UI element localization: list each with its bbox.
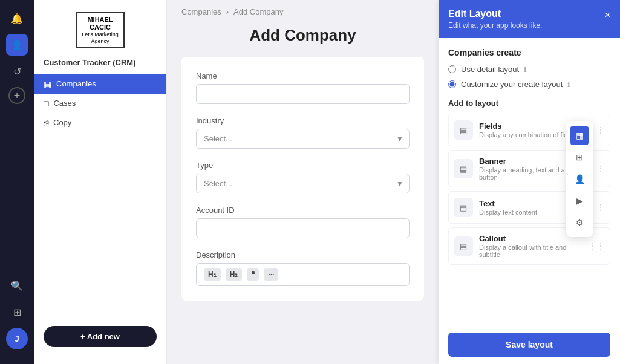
input-name[interactable] (196, 84, 410, 104)
layout-item-callout-text: Callout Display a callout with title and… (479, 234, 582, 258)
sidebar-bottom: + Add new (34, 316, 166, 357)
sidebar-item-copy[interactable]: ⎘ Copy (34, 113, 166, 132)
panel-header: Edit Layout Edit what your app looks lik… (439, 0, 620, 38)
field-name: Name (196, 71, 410, 104)
companies-icon: ▦ (44, 79, 51, 89)
toolbar-h2-btn[interactable]: H₂ (226, 268, 243, 281)
sidebar-item-companies-label: Companies (56, 79, 96, 88)
breadcrumb-parent[interactable]: Companies (181, 7, 221, 16)
float-gear-btn[interactable]: ⚙ (570, 213, 589, 232)
float-person-btn[interactable]: 👤 (570, 169, 589, 189)
content-area: ▦ ⊞ 👤 ▶ ⚙ Companies › Add Company Add Co… (167, 0, 620, 364)
label-description: Description (196, 250, 410, 259)
toolbar-more-btn[interactable]: ··· (264, 268, 278, 281)
radio-use-detail[interactable]: Use detail layout ℹ (448, 65, 610, 74)
panel-footer: Save layout (439, 325, 620, 364)
sidebar: MIHAEL CACIC Let's Marketing Agency Cust… (34, 0, 167, 364)
label-type: Type (196, 161, 410, 170)
field-account-id: Account ID (196, 206, 410, 238)
breadcrumb-current: Add Company (233, 7, 283, 16)
layout-item-callout-desc: Display a callout with title and subtitl… (479, 244, 582, 258)
add-to-layout-label: Add to layout (448, 99, 610, 108)
toolbar-quote-btn[interactable]: ❝ (247, 268, 259, 281)
search-icon[interactable]: 🔍 (6, 275, 28, 296)
label-industry: Industry (196, 116, 410, 125)
toolbar-h1-btn[interactable]: H₁ (204, 268, 221, 281)
notification-icon[interactable]: 🔔 (6, 7, 28, 29)
main-content: Companies › Add Company Add Company Name… (167, 0, 439, 364)
radio-use-detail-label: Use detail layout (461, 65, 519, 74)
sidebar-item-companies[interactable]: ▦ Companies (34, 74, 166, 94)
panel-header-content: Edit Layout Edit what your app looks lik… (448, 8, 542, 30)
panel-close-button[interactable]: × (605, 10, 610, 21)
page-title: Add Company (167, 21, 439, 57)
right-panel: Edit Layout Edit what your app looks lik… (439, 0, 620, 364)
form-container: Name Industry Select... ▼ Type Select (181, 57, 424, 301)
add-new-button[interactable]: + Add new (44, 326, 157, 347)
user-avatar[interactable]: J (6, 328, 28, 349)
panel-subtitle: Edit what your app looks like. (448, 21, 542, 30)
select-industry[interactable]: Select... (196, 129, 410, 149)
add-icon[interactable]: + (8, 87, 25, 104)
float-play-btn[interactable]: ▶ (570, 191, 589, 210)
refresh-icon[interactable]: ↺ (6, 60, 28, 82)
sidebar-item-cases-label: Cases (53, 99, 76, 108)
panel-title: Edit Layout (448, 8, 542, 19)
info-icon-2: ℹ (567, 80, 570, 89)
info-icon-1: ℹ (524, 65, 527, 74)
apps-icon[interactable]: ⊞ (6, 301, 28, 323)
contacts-icon[interactable]: 👤 (6, 34, 28, 56)
float-table-btn[interactable]: ⊞ (570, 148, 589, 167)
breadcrumb: Companies › Add Company (167, 0, 439, 21)
logo-box: MIHAEL CACIC Let's Marketing Agency (76, 12, 125, 48)
copy-icon: ⎘ (44, 118, 48, 128)
floating-toolbar: ▦ ⊞ 👤 ▶ ⚙ (566, 121, 593, 237)
panel-body: Companies create Use detail layout ℹ Cus… (439, 38, 620, 325)
input-account-id[interactable] (196, 218, 410, 238)
label-name: Name (196, 71, 410, 80)
radio-customize-input[interactable] (448, 80, 456, 88)
field-industry: Industry Select... ▼ (196, 116, 410, 149)
select-industry-wrapper: Select... ▼ (196, 129, 410, 149)
panel-section-title: Companies create (448, 48, 610, 57)
editor-toolbar: H₁ H₂ ❝ ··· (196, 263, 410, 286)
radio-customize[interactable]: Customize your create layout ℹ (448, 80, 610, 89)
callout-icon: ▤ (454, 236, 473, 256)
field-description: Description H₁ H₂ ❝ ··· (196, 250, 410, 286)
sidebar-item-copy-label: Copy (53, 118, 71, 127)
logo: MIHAEL CACIC Let's Marketing Agency (34, 7, 166, 58)
text-icon: ▤ (454, 198, 473, 217)
radio-use-detail-input[interactable] (448, 65, 456, 73)
layout-item-callout-title: Callout (479, 234, 582, 243)
cases-icon: □ (44, 99, 48, 108)
fields-icon: ▤ (454, 120, 473, 140)
select-type-wrapper: Select... ▼ (196, 174, 410, 193)
radio-group: Use detail layout ℹ Customize your creat… (448, 65, 610, 89)
label-account-id: Account ID (196, 206, 410, 215)
select-type[interactable]: Select... (196, 174, 410, 193)
field-type: Type Select... ▼ (196, 161, 410, 193)
sidebar-item-cases[interactable]: □ Cases (34, 94, 166, 113)
drag-handle-callout[interactable]: ⋮⋮ (588, 241, 605, 251)
app-title: Customer Tracker (CRM) (34, 58, 166, 74)
icon-bar: 🔔 👤 ↺ + 🔍 ⊞ J (0, 0, 34, 364)
save-layout-button[interactable]: Save layout (448, 333, 610, 357)
radio-customize-label: Customize your create layout (461, 80, 563, 89)
banner-icon: ▤ (454, 159, 473, 178)
breadcrumb-separator: › (226, 7, 229, 16)
float-grid-btn[interactable]: ▦ (570, 126, 589, 145)
